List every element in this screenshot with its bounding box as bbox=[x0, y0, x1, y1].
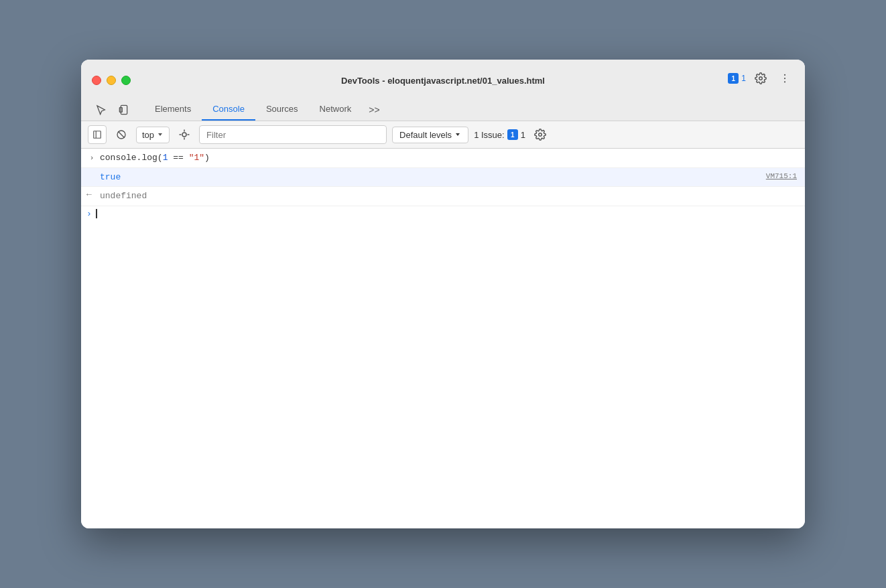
console-undefined-row: ← undefined bbox=[81, 187, 805, 206]
tab-elements[interactable]: Elements bbox=[144, 98, 202, 121]
console-settings-button[interactable] bbox=[531, 125, 550, 144]
svg-point-2 bbox=[784, 78, 785, 79]
minimize-button[interactable] bbox=[107, 76, 116, 85]
svg-line-9 bbox=[118, 131, 124, 137]
console-true-value: true bbox=[100, 171, 800, 184]
log-levels-button[interactable]: Default levels bbox=[392, 127, 468, 143]
return-arrow-icon: ← bbox=[86, 190, 92, 200]
console-log-text: console.log(1 == "1") bbox=[100, 151, 800, 165]
text-cursor bbox=[96, 209, 97, 218]
context-label: top bbox=[142, 130, 154, 140]
window-title: DevTools - eloquentjavascript.net/01_val… bbox=[341, 76, 545, 86]
main-tabs: Elements Console Sources Network bbox=[144, 98, 362, 121]
console-log-row: › console.log(1 == "1") bbox=[81, 149, 805, 168]
svg-point-10 bbox=[182, 133, 186, 137]
filter-input[interactable] bbox=[199, 125, 387, 144]
input-chevron-icon: › bbox=[86, 209, 92, 219]
close-button[interactable] bbox=[92, 76, 101, 85]
traffic-lights bbox=[92, 76, 131, 85]
context-selector[interactable]: top bbox=[136, 127, 170, 143]
tab-sources[interactable]: Sources bbox=[255, 98, 309, 121]
console-output: › console.log(1 == "1") true VM715:1 ← u… bbox=[81, 149, 805, 528]
svg-point-0 bbox=[759, 77, 763, 80]
svg-point-15 bbox=[539, 133, 542, 137]
console-undefined-text: undefined bbox=[100, 190, 800, 203]
inspect-element-button[interactable] bbox=[92, 100, 111, 119]
tab-console[interactable]: Console bbox=[202, 98, 255, 121]
expand-log-button[interactable]: › bbox=[86, 153, 97, 163]
svg-point-3 bbox=[784, 81, 785, 82]
issue-badge[interactable]: 1 1 bbox=[728, 73, 746, 84]
devtools-window: DevTools - eloquentjavascript.net/01_val… bbox=[81, 60, 805, 528]
tab-network[interactable]: Network bbox=[309, 98, 363, 121]
issue-label: 1 bbox=[741, 74, 746, 83]
console-input-row[interactable]: › bbox=[81, 206, 805, 222]
issue-icon: 1 bbox=[728, 73, 739, 84]
maximize-button[interactable] bbox=[121, 76, 131, 85]
svg-point-1 bbox=[784, 74, 785, 76]
live-expressions-button[interactable] bbox=[175, 125, 194, 144]
console-toolbar: top Default levels 1 Issue: 1 1 bbox=[81, 121, 805, 149]
more-tabs-button[interactable]: >> bbox=[362, 99, 386, 121]
more-options-button[interactable] bbox=[775, 69, 794, 88]
clear-console-button[interactable] bbox=[112, 125, 131, 144]
device-toggle-button[interactable] bbox=[115, 100, 133, 119]
issue-info: 1 Issue: 1 1 bbox=[474, 129, 525, 140]
sidebar-toggle-button[interactable] bbox=[88, 125, 107, 144]
svg-rect-6 bbox=[94, 131, 101, 139]
settings-button[interactable] bbox=[751, 69, 770, 88]
vm-link[interactable]: VM715:1 bbox=[766, 172, 797, 180]
issue-count-badge: 1 bbox=[507, 129, 518, 140]
titlebar: DevTools - eloquentjavascript.net/01_val… bbox=[81, 60, 805, 121]
console-true-row: true VM715:1 bbox=[81, 168, 805, 188]
